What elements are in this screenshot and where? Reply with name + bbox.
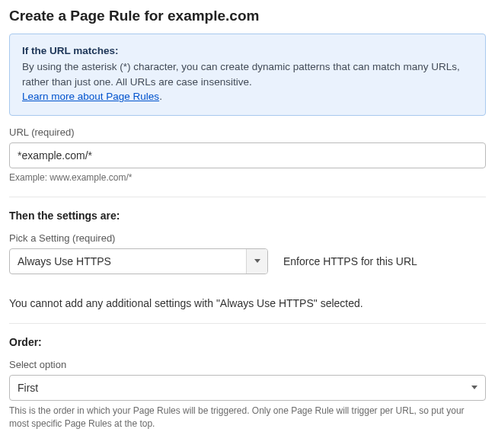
setting-select[interactable]: Always Use HTTPS: [9, 248, 268, 274]
setting-select-value: Always Use HTTPS: [10, 249, 246, 274]
page-title: Create a Page Rule for example.com: [9, 8, 486, 24]
learn-more-period: .: [159, 91, 162, 102]
learn-more-link[interactable]: Learn more about Page Rules: [22, 89, 159, 104]
divider: [9, 323, 486, 324]
pick-setting-label: Pick a Setting (required): [9, 232, 486, 244]
info-banner: If the URL matches: By using the asteris…: [9, 34, 486, 116]
setting-description: Enforce HTTPS for this URL: [283, 255, 417, 267]
chevron-down-icon: [254, 259, 260, 263]
info-body-line1: By using the asterisk (*) character, you…: [22, 61, 460, 72]
info-heading: If the URL matches:: [22, 45, 473, 56]
order-select[interactable]: First: [9, 375, 486, 401]
settings-note: You cannot add any additional settings w…: [9, 297, 486, 309]
info-body: By using the asterisk (*) character, you…: [22, 59, 473, 104]
order-label: Select option: [9, 359, 486, 370]
order-select-value: First: [18, 382, 471, 394]
info-body-line2: rather than just one. All URLs are case …: [22, 76, 252, 88]
url-label: URL (required): [9, 126, 486, 138]
setting-select-button[interactable]: [246, 249, 267, 274]
chevron-down-icon: [471, 386, 477, 389]
url-input[interactable]: [9, 142, 486, 168]
order-help: This is the order in which your Page Rul…: [9, 405, 486, 431]
url-example: Example: www.example.com/*: [9, 172, 486, 183]
order-heading: Order:: [9, 336, 486, 348]
divider: [9, 197, 486, 197]
settings-heading: Then the settings are:: [9, 210, 486, 222]
